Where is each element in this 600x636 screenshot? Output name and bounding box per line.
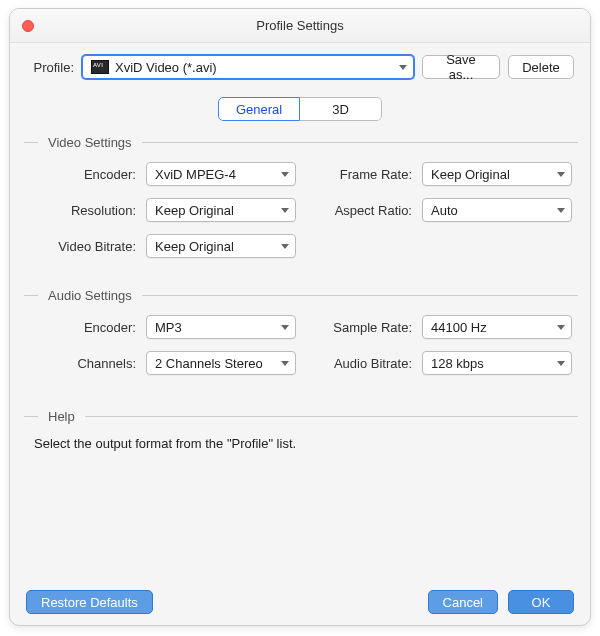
chevron-down-icon (281, 325, 289, 330)
frame-rate-label: Frame Rate: (304, 167, 414, 182)
tab-bar: General 3D (10, 97, 590, 121)
chevron-down-icon (281, 208, 289, 213)
chevron-down-icon (399, 65, 407, 70)
audio-settings-legend: Audio Settings (48, 288, 132, 303)
help-text: Select the output format from the "Profi… (34, 436, 566, 451)
video-settings-legend: Video Settings (48, 135, 132, 150)
chevron-down-icon (557, 208, 565, 213)
video-encoder-label: Encoder: (28, 167, 138, 182)
resolution-label: Resolution: (28, 203, 138, 218)
video-settings-group: Video Settings Encoder: XviD MPEG-4 Fram… (28, 135, 572, 258)
audio-bitrate-select[interactable]: 128 kbps (422, 351, 572, 375)
tab-general[interactable]: General (218, 97, 300, 121)
video-bitrate-label: Video Bitrate: (28, 239, 138, 254)
titlebar: Profile Settings (10, 9, 590, 43)
chevron-down-icon (281, 244, 289, 249)
channels-label: Channels: (28, 356, 138, 371)
cancel-button[interactable]: Cancel (428, 590, 498, 614)
restore-defaults-button[interactable]: Restore Defaults (26, 590, 153, 614)
close-icon[interactable] (22, 20, 34, 32)
sample-rate-select[interactable]: 44100 Hz (422, 315, 572, 339)
video-bitrate-select[interactable]: Keep Original (146, 234, 296, 258)
chevron-down-icon (281, 172, 289, 177)
audio-encoder-label: Encoder: (28, 320, 138, 335)
help-legend: Help (48, 409, 75, 424)
profile-select[interactable]: XviD Video (*.avi) (82, 55, 414, 79)
ok-button[interactable]: OK (508, 590, 574, 614)
chevron-down-icon (281, 361, 289, 366)
tab-3d[interactable]: 3D (300, 97, 382, 121)
video-encoder-select[interactable]: XviD MPEG-4 (146, 162, 296, 186)
avi-file-icon (91, 60, 109, 74)
chevron-down-icon (557, 172, 565, 177)
delete-button[interactable]: Delete (508, 55, 574, 79)
chevron-down-icon (557, 361, 565, 366)
profile-settings-dialog: Profile Settings Profile: XviD Video (*.… (9, 8, 591, 626)
aspect-ratio-label: Aspect Ratio: (304, 203, 414, 218)
window-title: Profile Settings (256, 18, 343, 33)
save-as-button[interactable]: Save as... (422, 55, 500, 79)
profile-select-value: XviD Video (*.avi) (115, 60, 393, 75)
audio-bitrate-label: Audio Bitrate: (304, 356, 414, 371)
channels-select[interactable]: 2 Channels Stereo (146, 351, 296, 375)
audio-encoder-select[interactable]: MP3 (146, 315, 296, 339)
profile-label: Profile: (26, 60, 74, 75)
audio-settings-group: Audio Settings Encoder: MP3 Sample Rate:… (28, 288, 572, 375)
dialog-footer: Restore Defaults Cancel OK (10, 579, 590, 625)
aspect-ratio-select[interactable]: Auto (422, 198, 572, 222)
resolution-select[interactable]: Keep Original (146, 198, 296, 222)
sample-rate-label: Sample Rate: (304, 320, 414, 335)
chevron-down-icon (557, 325, 565, 330)
frame-rate-select[interactable]: Keep Original (422, 162, 572, 186)
help-group: Help Select the output format from the "… (28, 409, 572, 451)
